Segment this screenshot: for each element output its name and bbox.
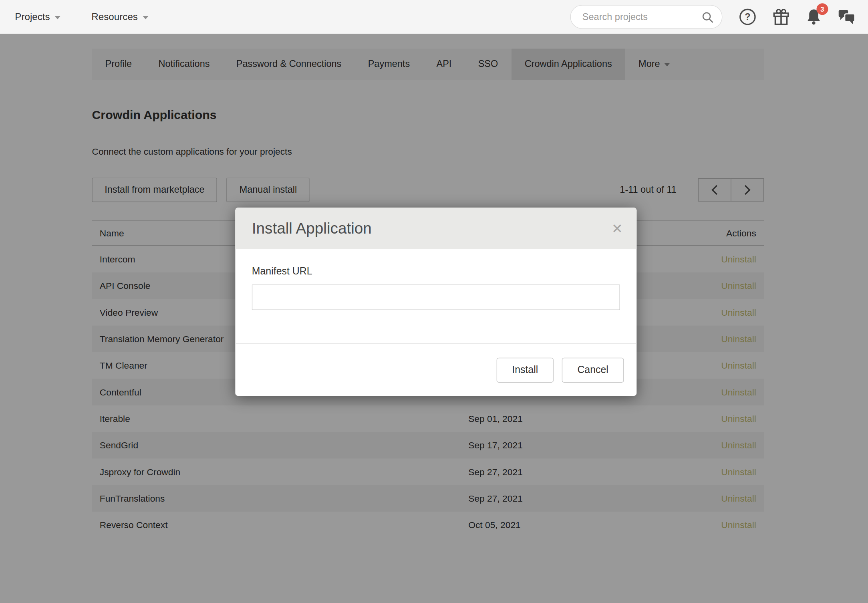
projects-menu[interactable]: Projects bbox=[15, 11, 60, 23]
help-button[interactable]: ? bbox=[739, 8, 756, 26]
svg-text:?: ? bbox=[745, 12, 750, 22]
messages-button[interactable] bbox=[838, 8, 856, 25]
help-icon: ? bbox=[739, 8, 756, 26]
chevron-down-icon bbox=[55, 16, 60, 19]
topbar-actions: ? 3 bbox=[570, 0, 856, 34]
notifications-button[interactable]: 3 bbox=[806, 8, 822, 26]
search-projects-box[interactable] bbox=[570, 5, 722, 28]
modal-header: Install Application ✕ bbox=[235, 208, 636, 249]
resources-menu[interactable]: Resources bbox=[91, 11, 148, 23]
manifest-url-label: Manifest URL bbox=[252, 266, 620, 277]
notification-badge: 3 bbox=[816, 3, 828, 15]
search-icon[interactable] bbox=[701, 11, 714, 24]
cancel-button[interactable]: Cancel bbox=[562, 357, 624, 382]
chat-icon bbox=[838, 8, 856, 25]
search-projects-input[interactable] bbox=[582, 11, 701, 22]
top-navigation-bar: Projects Resources ? bbox=[0, 0, 868, 34]
manifest-url-input[interactable] bbox=[252, 284, 620, 310]
install-button[interactable]: Install bbox=[497, 357, 554, 382]
crowdin-settings-page: Projects Resources ? bbox=[0, 0, 868, 603]
gift-button[interactable] bbox=[773, 8, 789, 26]
gift-icon bbox=[773, 8, 789, 26]
close-icon[interactable]: ✕ bbox=[612, 222, 623, 235]
modal-body: Manifest URL bbox=[235, 249, 636, 343]
primary-nav: Projects Resources bbox=[0, 11, 148, 23]
chevron-down-icon bbox=[143, 16, 148, 19]
modal-footer: Install Cancel bbox=[235, 343, 636, 396]
projects-menu-label: Projects bbox=[15, 11, 50, 23]
install-application-modal: Install Application ✕ Manifest URL Insta… bbox=[235, 208, 636, 396]
resources-menu-label: Resources bbox=[91, 11, 138, 23]
modal-title: Install Application bbox=[252, 220, 372, 237]
